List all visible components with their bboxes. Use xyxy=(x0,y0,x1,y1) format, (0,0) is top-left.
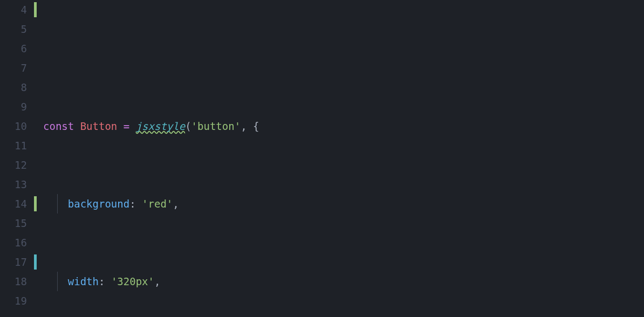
function-call: jsxstyle xyxy=(136,120,186,132)
line-num-14: 14 xyxy=(0,194,39,213)
code-line[interactable]: background: 'red', xyxy=(39,194,644,213)
line-num-9: 9 xyxy=(0,97,39,116)
line-num-12: 12 xyxy=(0,155,39,175)
diff-marker xyxy=(34,196,37,211)
line-num-11: 11 xyxy=(0,136,39,155)
line-num-7: 7 xyxy=(0,58,39,78)
line-gutter: 4 5 6 7 8 9 10 11 12 13 14 15 16 17 18 1… xyxy=(0,0,39,317)
code-area[interactable]: const Button = jsxstyle('button', { back… xyxy=(39,0,644,317)
line-num-13: 13 xyxy=(0,175,39,194)
line-num-10: 10 xyxy=(0,116,39,136)
line-num-4: 4 xyxy=(0,0,39,19)
code-line[interactable] xyxy=(39,39,644,58)
code-editor[interactable]: 4 5 6 7 8 9 10 11 12 13 14 15 16 17 18 1… xyxy=(0,0,644,317)
code-line[interactable]: width: '320px', xyxy=(39,272,644,291)
line-num-6: 6 xyxy=(0,39,39,58)
diff-marker xyxy=(34,254,37,270)
line-num-19: 19 xyxy=(0,291,39,311)
line-num-17: 17 xyxy=(0,252,39,272)
line-num-15: 15 xyxy=(0,213,39,233)
line-num-8: 8 xyxy=(0,78,39,97)
diff-marker xyxy=(34,2,37,17)
line-num-16: 16 xyxy=(0,233,39,252)
indent-guide xyxy=(57,194,58,213)
code-line[interactable]: const Button = jsxstyle('button', { xyxy=(39,116,644,136)
line-num-18: 18 xyxy=(0,272,39,291)
line-num-5: 5 xyxy=(0,19,39,39)
indent-guide xyxy=(57,272,58,291)
